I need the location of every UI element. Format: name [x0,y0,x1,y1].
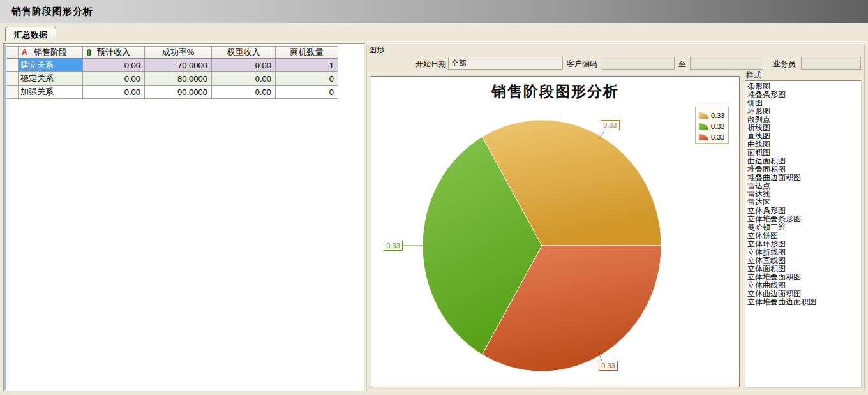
value-cell[interactable]: 80.0000 [145,72,212,86]
value-cell[interactable]: 0.00 [212,72,276,86]
table-row[interactable]: 建立关系0.0070.00000.001 [6,59,338,72]
value-cell[interactable]: 0.00 [83,59,145,72]
chart-legend: 0.330.330.33 [695,107,729,144]
style-option-item[interactable]: 堆叠条形图 [747,91,861,99]
tab-strip: 汇总数据 [0,23,868,42]
column-label: 成功率% [162,47,195,57]
graph-group-label: 图形 [369,45,384,56]
chart-area: 销售阶段图形分析 0.330.330.33 0.33 0.33 0.33 [371,76,740,387]
legend-entry: 0.33 [699,110,728,121]
legend-swatch-icon [699,134,708,140]
legend-swatch-icon [699,123,708,130]
salesperson-label: 业务员 [769,58,796,70]
row-indicator-header [6,47,19,59]
row-indicator[interactable] [6,86,19,99]
to-label: 至 [678,58,689,70]
column-label: 销售阶段 [34,47,67,57]
column-header-success-rate[interactable]: 成功率% [145,47,212,59]
graph-groupbox: 图形 开始日期 客户编码 至 业务员 [366,43,865,391]
sales-stage-table: A 销售阶段 预计收入 成功率% 权重收入 [6,46,338,99]
column-header-expected-income[interactable]: 预计收入 [83,47,145,59]
stage-cell[interactable]: 稳定关系 [19,72,83,86]
summary-table-panel: A 销售阶段 预计收入 成功率% 权重收入 [3,43,364,391]
customer-code-to-input[interactable] [690,57,763,70]
slice-value-callout: 0.33 [599,361,618,371]
tab-summary-data[interactable]: 汇总数据 [5,27,56,42]
stage-cell[interactable]: 加强关系 [19,86,83,99]
style-option-item[interactable]: 立体堆叠曲边面积图 [747,298,861,306]
legend-label: 0.33 [711,123,724,130]
value-cell[interactable]: 0.00 [212,86,276,99]
window-title: 销售阶段图形分析 [11,6,93,18]
customer-code-label: 客户编码 [558,58,597,70]
column-label: 权重收入 [227,47,260,57]
column-label: 预计收入 [97,47,130,57]
column-header-weighted-income[interactable]: 权重收入 [212,47,276,59]
value-cell[interactable]: 70.0000 [145,59,212,72]
value-cell[interactable]: 0 [276,72,338,86]
start-date-input[interactable] [448,57,563,70]
table-row[interactable]: 稳定关系0.0080.00000.000 [6,72,338,86]
legend-label: 0.33 [711,133,724,141]
value-cell[interactable]: 0.00 [83,86,145,99]
table-row[interactable]: 加强关系0.0090.00000.000 [6,86,338,99]
value-cell[interactable]: 90.0000 [145,86,212,99]
chart-style-listbox[interactable]: 条形图堆叠条形图饼图环形图散列点折线图直线图曲线图面积图曲边面积图堆叠面积图堆叠… [745,80,862,388]
red-letter-a-icon: A [22,48,27,57]
salesperson-input[interactable] [801,57,861,70]
customer-code-input[interactable] [602,57,675,70]
green-bar-icon [87,49,91,56]
value-cell[interactable]: 0.00 [83,72,145,86]
table-header-row: A 销售阶段 预计收入 成功率% 权重收入 [6,47,338,59]
stage-cell[interactable]: 建立关系 [19,59,83,72]
tab-page-edge [0,41,868,42]
column-label: 商机数量 [290,47,324,57]
row-indicator[interactable] [6,72,19,86]
legend-entry: 0.33 [699,131,728,142]
row-indicator[interactable] [6,59,19,72]
app-window: 销售阶段图形分析 汇总数据 A 销售阶段 [0,0,868,395]
slice-value-callout: 0.33 [384,241,403,251]
legend-label: 0.33 [711,112,724,119]
chart-title: 销售阶段图形分析 [371,82,739,101]
column-header-opportunity-count[interactable]: 商机数量 [276,47,338,59]
value-cell[interactable]: 0.00 [212,59,276,72]
start-date-label: 开始日期 [391,58,446,70]
data-grid: A 销售阶段 预计收入 成功率% 权重收入 [4,45,363,390]
value-cell[interactable]: 1 [276,59,338,72]
column-header-stage[interactable]: A 销售阶段 [19,47,83,59]
legend-swatch-icon [699,112,708,119]
value-cell[interactable]: 0 [276,86,338,99]
legend-entry: 0.33 [699,121,728,131]
style-group-label: 样式 [746,70,761,81]
window-titlebar: 销售阶段图形分析 [0,0,868,23]
slice-value-callout: 0.33 [601,120,620,130]
tab-label: 汇总数据 [14,29,47,41]
pie-chart [371,77,739,387]
